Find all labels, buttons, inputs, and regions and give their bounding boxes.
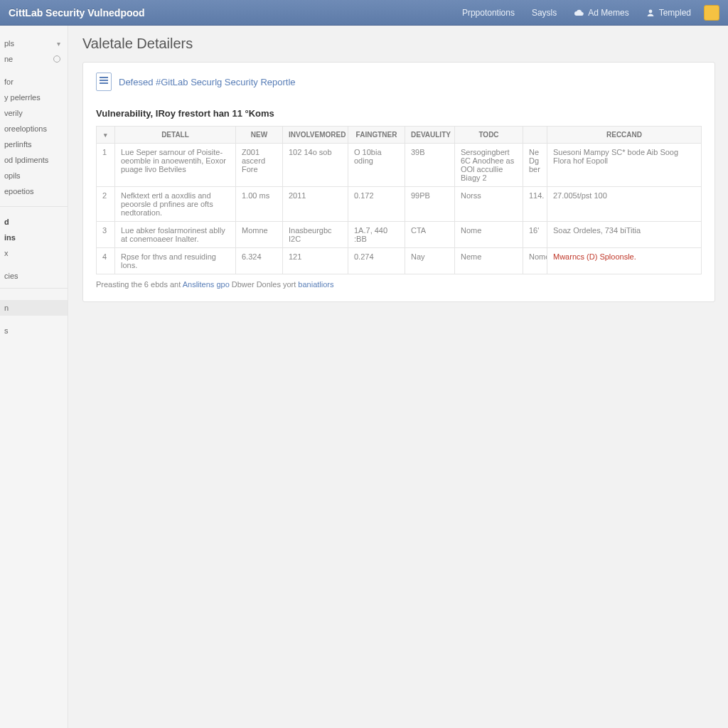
sidebar-separator <box>0 206 68 207</box>
cell-reccand[interactable]: Mwarncs (D) Sploonsle. <box>547 248 702 274</box>
sidebar-item-blank-2[interactable] <box>0 293 68 300</box>
sidebar-item-label: perlinfts <box>4 140 32 149</box>
footer-prefix: Preasting the 6 ebds ant <box>96 280 183 289</box>
nav-saysls[interactable]: Saysls <box>532 8 557 18</box>
cell-devaulity: Nay <box>405 248 455 274</box>
sidebar-item-oreeloptions[interactable]: oreeloptions <box>0 121 68 136</box>
table-row[interactable]: 4 Rpse for thvs and resuiding lons. 6.32… <box>97 248 702 274</box>
sidebar-item-verily[interactable]: verily <box>0 105 68 121</box>
footer-middle: Dbwer Donles yort <box>230 280 299 289</box>
sidebar: pls ▾ ne for y pelerrles verily oreelopt… <box>0 26 68 728</box>
sidebar-item-for[interactable]: for <box>0 74 68 90</box>
cell-detall: Lue Seper sarnour of Poisite- oeomble in… <box>115 144 236 187</box>
sidebar-item-label: cies <box>4 272 18 280</box>
cell-detall: Nefktext ertl a aoxdlis and peoorsle d p… <box>115 187 236 222</box>
sidebar-item-label: verily <box>4 109 23 117</box>
footer-link-1[interactable]: Anslitens gpo <box>183 280 230 289</box>
sidebar-header-d: d <box>0 214 68 230</box>
cell-involvemored: 2011 <box>283 187 348 222</box>
cell-reccand: Suesoni Mampy SC* bode Aib Soog Flora ho… <box>547 144 702 187</box>
sidebar-header-ins: ins <box>0 230 68 245</box>
cell-new: 1.00 ms <box>236 187 283 222</box>
sidebar-item-x[interactable]: x <box>0 245 68 261</box>
main-content: Valetale Detailers Defesed #GitLab Secur… <box>68 26 728 728</box>
column-header-involvemored[interactable]: Involvemored <box>283 127 348 144</box>
sidebar-item-label: x <box>4 249 9 257</box>
notification-badge-button[interactable] <box>704 5 719 21</box>
cell-faingtner: 0.274 <box>348 248 405 274</box>
chevron-down-icon: ▾ <box>104 132 107 139</box>
cell-new: Z001 ascerd Fore <box>236 144 283 187</box>
sidebar-item-perlinfts[interactable]: perlinfts <box>0 136 68 152</box>
sidebar-header-label: ins <box>4 233 16 242</box>
brand-title: CittLab Security Vulnedpood <box>9 7 145 18</box>
svg-point-0 <box>648 9 652 13</box>
sidebar-item-label: y pelerrles <box>4 93 41 102</box>
sidebar-item-pelerrles[interactable]: y pelerrles <box>0 90 68 105</box>
sidebar-item-label: for <box>4 77 14 86</box>
nav-ad-memes[interactable]: Ad Memes <box>574 8 628 18</box>
column-header-mid[interactable] <box>523 127 547 144</box>
cell-mid: 16' <box>523 222 547 248</box>
topbar: CittLab Security Vulnedpood Prppotontion… <box>0 0 728 26</box>
sidebar-item-cies[interactable]: cies <box>0 268 68 284</box>
nav-templed[interactable]: Templed <box>646 8 691 18</box>
document-icon <box>96 73 112 91</box>
nav-templed-label: Templed <box>659 8 691 18</box>
column-header-dropdown[interactable]: ▾ <box>97 127 115 144</box>
cell-reccand: 27.005t/pst 100 <box>547 187 702 222</box>
table-row[interactable]: 3 Lue abker foslarmorinest ablly at cone… <box>97 222 702 248</box>
cell-faingtner: 0.172 <box>348 187 405 222</box>
sidebar-item-blank-1[interactable] <box>0 67 68 74</box>
column-header-todc[interactable]: Todc <box>455 127 523 144</box>
column-header-detall[interactable]: Detall <box>115 127 236 144</box>
document-link[interactable]: Defesed #GitLab Securlg Security Reportl… <box>119 77 296 87</box>
cell-devaulity: 39B <box>405 144 455 187</box>
column-header-new[interactable]: New <box>236 127 283 144</box>
column-header-devaulity[interactable]: Devaulity <box>405 127 455 144</box>
cell-todc: Nome <box>455 222 523 248</box>
sidebar-item-label: pls <box>4 39 14 48</box>
sidebar-item-epoetios[interactable]: epoetios <box>0 183 68 199</box>
sidebar-item-opils[interactable]: opils <box>0 168 68 183</box>
cell-involvemored: 102 14o sob <box>283 144 348 187</box>
radio-icon <box>53 55 60 63</box>
table-row[interactable]: 2 Nefktext ertl a aoxdlis and peoorsle d… <box>97 187 702 222</box>
sidebar-item-blank-3[interactable] <box>0 316 68 323</box>
column-header-faingtner[interactable]: Faingtner <box>348 127 405 144</box>
column-header-reccand[interactable]: Reccand <box>547 127 702 144</box>
cell-mid: Nomor <box>523 248 547 274</box>
cell-new: 6.324 <box>236 248 283 274</box>
cell-reccand: Soaz Ordeles, 734 biTitia <box>547 222 702 248</box>
sidebar-separator <box>0 288 68 289</box>
sidebar-item-lpdiments[interactable]: od lpdiments <box>0 152 68 168</box>
user-icon <box>646 9 655 17</box>
sidebar-item-ne[interactable]: ne <box>0 51 68 67</box>
vulnerability-table: ▾ Detall New Involvemored Faingtner Deva… <box>96 126 702 274</box>
sidebar-item-label: s <box>4 326 9 335</box>
sidebar-item-label: opils <box>4 171 21 180</box>
document-link-row: Defesed #GitLab Securlg Security Reportl… <box>96 73 702 91</box>
cell-involvemored: Inasbeurgbc I2C <box>283 222 348 248</box>
cell-todc: Neme <box>455 248 523 274</box>
nav-saysls-label: Saysls <box>532 8 557 18</box>
table-footer-note: Preasting the 6 ebds ant Anslitens gpo D… <box>96 280 702 289</box>
sidebar-item-pls[interactable]: pls ▾ <box>0 36 68 51</box>
nav-prepositions-label: Prppotontions <box>462 8 515 18</box>
sidebar-item-s[interactable]: s <box>0 323 68 338</box>
nav-prepositions[interactable]: Prppotontions <box>462 8 515 18</box>
cell-detall: Rpse for thvs and resuiding lons. <box>115 248 236 274</box>
sidebar-item-label: ne <box>4 55 13 63</box>
cell-todc: Norss <box>455 187 523 222</box>
cell-mid: Ne Dg ber <box>523 144 547 187</box>
table-header-row: ▾ Detall New Involvemored Faingtner Deva… <box>97 127 702 144</box>
nav-ad-memes-label: Ad Memes <box>588 8 628 18</box>
cell-devaulity: 99PB <box>405 187 455 222</box>
sidebar-item-n[interactable]: n <box>0 300 68 316</box>
table-row[interactable]: 1 Lue Seper sarnour of Poisite- oeomble … <box>97 144 702 187</box>
footer-link-2[interactable]: baniatliors <box>298 280 333 289</box>
row-index: 1 <box>97 144 115 187</box>
cloud-icon <box>574 9 584 16</box>
row-index: 2 <box>97 187 115 222</box>
report-panel: Defesed #GitLab Securlg Security Reportl… <box>82 62 715 302</box>
